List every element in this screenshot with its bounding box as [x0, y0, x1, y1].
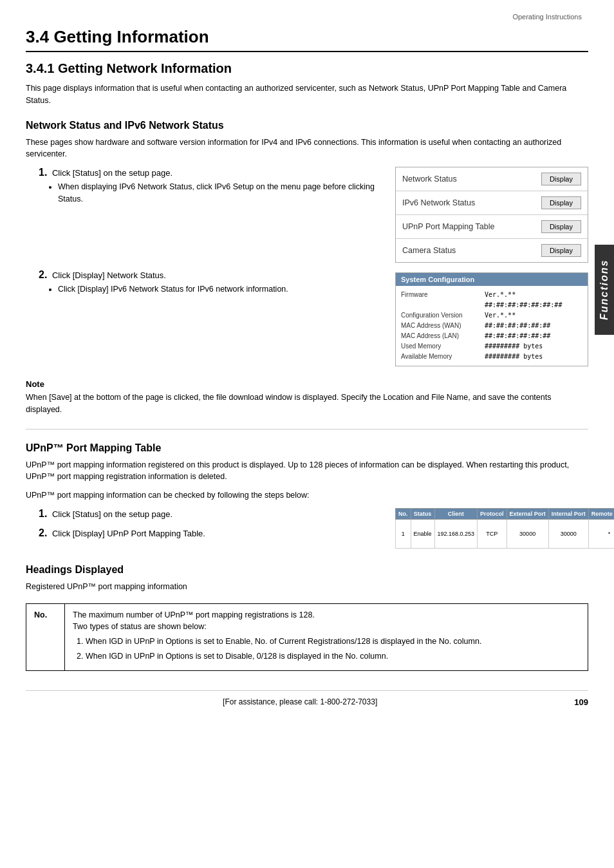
headings-subtitle: Registered UPnP™ port mapping informatio… — [26, 581, 588, 593]
support-text: [For assistance, please call: 1-800-272-… — [223, 697, 377, 706]
table-row: No. The maximum number of UPnP™ port map… — [26, 603, 588, 670]
table-row: 1 Enable 192.168.0.253 TCP 30000 30000 *… — [396, 519, 615, 548]
display-ipv6-status-button[interactable]: Display — [541, 196, 581, 209]
col-no: No. — [396, 508, 411, 519]
upnp-mapping-table: No. Status Client Protocol External Port… — [395, 508, 614, 549]
no-description-cell: The maximum number of UPnP™ port mapping… — [65, 603, 588, 670]
display-camera-status-button[interactable]: Display — [541, 244, 581, 257]
upnp-step2: 2. Click [Display] UPnP Port Mapping Tab… — [39, 527, 382, 539]
operating-instructions-label: Operating Instructions — [512, 13, 582, 21]
col-ext-port: External Port — [507, 508, 548, 519]
upnp-step1: 1. Click [Status] on the setup page. — [39, 508, 382, 520]
col-client: Client — [434, 508, 478, 519]
network-status-description: These pages show hardware and software v… — [26, 137, 588, 161]
step2-bullet: Click [Display] IPv6 Network Status for … — [58, 283, 382, 296]
upnp-section-title: UPnP™ Port Mapping Table — [26, 442, 588, 454]
system-config-body: Firmware Ver.*.**##:##:##:##:##:##:## Co… — [396, 286, 588, 366]
system-config-header: System Configuration — [396, 273, 588, 286]
note-text: When [Save] at the bottom of the page is… — [26, 392, 588, 416]
sys-config-firmware: Firmware Ver.*.**##:##:##:##:##:##:## — [401, 290, 582, 310]
sys-config-used-memory: Used Memory ######### bytes — [401, 341, 582, 352]
display-network-status-button[interactable]: Display — [541, 173, 581, 185]
status-row-upnp: UPnP Port Mapping Table Display — [396, 215, 588, 239]
status-panel: Network Status Display IPv6 Network Stat… — [395, 167, 588, 263]
system-config-panel: System Configuration Firmware Ver.*.**##… — [395, 272, 588, 366]
page-number: 109 — [574, 697, 588, 707]
headings-displayed-title: Headings Displayed — [26, 564, 588, 576]
network-status-heading: Network Status and IPv6 Network Status — [26, 120, 588, 131]
upnp-desc2: UPnP™ port mapping information can be ch… — [26, 489, 588, 502]
col-remote-host: Remote Host — [588, 508, 614, 519]
sys-config-avail-memory: Available Memory ######### bytes — [401, 352, 582, 362]
intro-text: This page displays information that is u… — [26, 82, 588, 107]
status-row-camera: Camera Status Display — [396, 239, 588, 262]
status-row-ipv6: IPv6 Network Status Display — [396, 191, 588, 215]
sys-config-mac-lan: MAC Address (LAN) ##:##:##:##:##:## — [401, 331, 582, 341]
note-box: Note When [Save] at the bottom of the pa… — [26, 379, 588, 416]
headings-info-table: No. The maximum number of UPnP™ port map… — [26, 603, 588, 671]
main-section-title: 3.4 Getting Information — [26, 27, 588, 52]
page-footer: 109 [For assistance, please call: 1-800-… — [26, 690, 588, 706]
step1-item: 1. Click [Status] on the setup page. Whe… — [39, 167, 382, 205]
col-protocol: Protocol — [478, 508, 507, 519]
sys-config-mac-wan: MAC Address (WAN) ##:##:##:##:##:## — [401, 321, 582, 331]
page-header-label: Operating Instructions — [26, 13, 588, 21]
step1-bullet: When displaying IPv6 Network Status, cli… — [58, 181, 382, 205]
col-status: Status — [411, 508, 434, 519]
step2-item: 2. Click [Display] Network Status. Click… — [39, 269, 382, 296]
upnp-desc1: UPnP™ port mapping information registere… — [26, 459, 588, 484]
display-upnp-button[interactable]: Display — [541, 220, 581, 233]
sys-config-config-version: Configuration Version Ver.*.** — [401, 310, 582, 321]
note-title: Note — [26, 379, 588, 389]
col-int-port: Internal Port — [548, 508, 588, 519]
headings-displayed-section: Headings Displayed Registered UPnP™ port… — [26, 564, 588, 671]
sub-section-title: 3.4.1 Getting Network Information — [26, 61, 588, 76]
no-label-cell: No. — [26, 603, 65, 670]
status-row-network: Network Status Display — [396, 167, 588, 191]
functions-side-tab: Functions — [595, 245, 614, 335]
